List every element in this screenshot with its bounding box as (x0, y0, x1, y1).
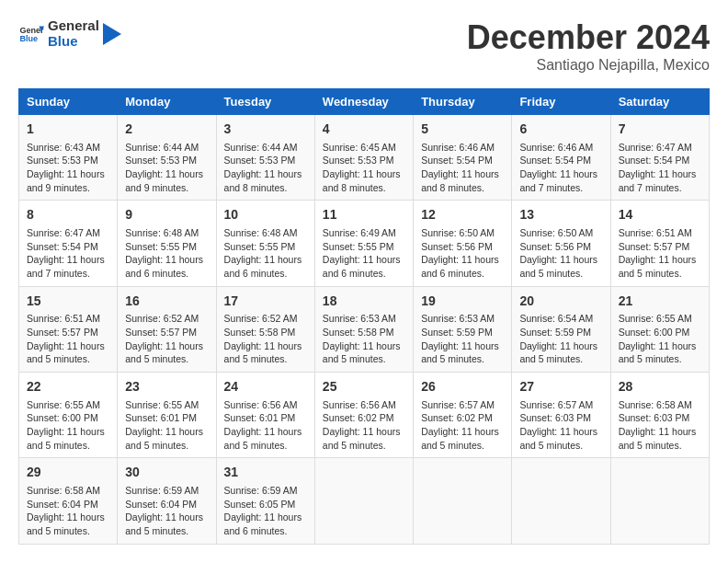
title-area: December 2024 Santiago Nejapilla, Mexico (467, 18, 710, 74)
day-info: Sunrise: 6:53 AMSunset: 5:58 PMDaylight:… (323, 312, 405, 366)
day-info: Sunrise: 6:55 AMSunset: 6:00 PMDaylight:… (619, 312, 701, 366)
calendar-cell: 3Sunrise: 6:44 AMSunset: 5:53 PMDaylight… (216, 115, 314, 201)
day-info: Sunrise: 6:49 AMSunset: 5:55 PMDaylight:… (323, 226, 405, 281)
calendar-cell: 30Sunrise: 6:59 AMSunset: 6:04 PMDayligh… (118, 458, 216, 544)
calendar-cell (610, 458, 709, 544)
day-number: 31 (224, 464, 307, 482)
main-title: December 2024 (467, 18, 710, 57)
calendar-cell: 5Sunrise: 6:46 AMSunset: 5:54 PMDaylight… (414, 115, 512, 201)
day-info: Sunrise: 6:46 AMSunset: 5:54 PMDaylight:… (421, 141, 504, 195)
week-row-1: 1Sunrise: 6:43 AMSunset: 5:53 PMDaylight… (19, 115, 710, 201)
day-number: 14 (619, 206, 701, 224)
calendar-cell: 23Sunrise: 6:55 AMSunset: 6:01 PMDayligh… (118, 373, 216, 458)
calendar-cell: 24Sunrise: 6:56 AMSunset: 6:01 PMDayligh… (216, 373, 314, 458)
day-info: Sunrise: 6:52 AMSunset: 5:58 PMDaylight:… (224, 312, 307, 366)
day-number: 19 (421, 293, 504, 311)
day-number: 18 (323, 293, 405, 311)
col-header-tuesday: Tuesday (216, 89, 314, 115)
day-number: 7 (619, 121, 701, 139)
calendar-table: SundayMondayTuesdayWednesdayThursdayFrid… (18, 88, 710, 545)
day-number: 20 (519, 293, 602, 311)
calendar-cell: 16Sunrise: 6:52 AMSunset: 5:57 PMDayligh… (118, 286, 216, 372)
calendar-cell: 1Sunrise: 6:43 AMSunset: 5:53 PMDaylight… (19, 115, 118, 201)
day-info: Sunrise: 6:47 AMSunset: 5:54 PMDaylight:… (27, 226, 109, 281)
calendar-cell: 7Sunrise: 6:47 AMSunset: 5:54 PMDaylight… (610, 115, 709, 201)
week-row-5: 29Sunrise: 6:58 AMSunset: 6:04 PMDayligh… (19, 458, 710, 544)
day-info: Sunrise: 6:58 AMSunset: 6:04 PMDaylight:… (27, 484, 109, 538)
day-number: 4 (323, 121, 405, 139)
day-info: Sunrise: 6:51 AMSunset: 5:57 PMDaylight:… (27, 312, 109, 366)
day-number: 26 (421, 378, 504, 396)
day-number: 29 (27, 464, 109, 482)
day-info: Sunrise: 6:59 AMSunset: 6:05 PMDaylight:… (224, 484, 307, 538)
calendar-cell: 20Sunrise: 6:54 AMSunset: 5:59 PMDayligh… (512, 286, 610, 372)
calendar-cell: 14Sunrise: 6:51 AMSunset: 5:57 PMDayligh… (610, 201, 709, 286)
calendar-cell: 27Sunrise: 6:57 AMSunset: 6:03 PMDayligh… (512, 373, 610, 458)
calendar-cell: 17Sunrise: 6:52 AMSunset: 5:58 PMDayligh… (216, 286, 314, 372)
day-number: 2 (125, 121, 208, 139)
logo-icon: General Blue (18, 21, 44, 47)
day-info: Sunrise: 6:55 AMSunset: 6:01 PMDaylight:… (125, 398, 208, 453)
svg-text:Blue: Blue (19, 34, 38, 43)
day-info: Sunrise: 6:48 AMSunset: 5:55 PMDaylight:… (224, 226, 307, 281)
calendar-cell: 11Sunrise: 6:49 AMSunset: 5:55 PMDayligh… (314, 201, 413, 286)
col-header-saturday: Saturday (610, 89, 709, 115)
day-number: 21 (619, 293, 701, 311)
day-info: Sunrise: 6:56 AMSunset: 6:02 PMDaylight:… (323, 398, 405, 453)
calendar-cell: 22Sunrise: 6:55 AMSunset: 6:00 PMDayligh… (19, 373, 118, 458)
calendar-cell: 6Sunrise: 6:46 AMSunset: 5:54 PMDaylight… (512, 115, 610, 201)
calendar-cell: 19Sunrise: 6:53 AMSunset: 5:59 PMDayligh… (414, 286, 512, 372)
day-info: Sunrise: 6:54 AMSunset: 5:59 PMDaylight:… (519, 312, 602, 366)
calendar-cell: 13Sunrise: 6:50 AMSunset: 5:56 PMDayligh… (512, 201, 610, 286)
day-number: 22 (27, 378, 109, 396)
col-header-wednesday: Wednesday (314, 89, 413, 115)
day-info: Sunrise: 6:57 AMSunset: 6:02 PMDaylight:… (421, 398, 504, 453)
logo: General Blue General Blue (18, 18, 121, 49)
day-number: 23 (125, 378, 208, 396)
day-info: Sunrise: 6:51 AMSunset: 5:57 PMDaylight:… (619, 226, 701, 281)
day-number: 17 (224, 293, 307, 311)
calendar-cell (314, 458, 413, 544)
day-info: Sunrise: 6:57 AMSunset: 6:03 PMDaylight:… (519, 398, 602, 453)
calendar-cell: 29Sunrise: 6:58 AMSunset: 6:04 PMDayligh… (19, 458, 118, 544)
day-info: Sunrise: 6:44 AMSunset: 5:53 PMDaylight:… (125, 141, 208, 195)
calendar-cell: 12Sunrise: 6:50 AMSunset: 5:56 PMDayligh… (414, 201, 512, 286)
calendar-cell: 31Sunrise: 6:59 AMSunset: 6:05 PMDayligh… (216, 458, 314, 544)
day-info: Sunrise: 6:50 AMSunset: 5:56 PMDaylight:… (519, 226, 602, 281)
day-number: 15 (27, 293, 109, 311)
header: General Blue General Blue December 2024 … (18, 18, 710, 74)
col-header-friday: Friday (512, 89, 610, 115)
calendar-cell: 28Sunrise: 6:58 AMSunset: 6:03 PMDayligh… (610, 373, 709, 458)
day-number: 6 (519, 121, 602, 139)
subtitle: Santiago Nejapilla, Mexico (467, 57, 710, 74)
day-info: Sunrise: 6:48 AMSunset: 5:55 PMDaylight:… (125, 226, 208, 281)
day-info: Sunrise: 6:44 AMSunset: 5:53 PMDaylight:… (224, 141, 307, 195)
day-number: 25 (323, 378, 405, 396)
day-number: 11 (323, 206, 405, 224)
day-info: Sunrise: 6:59 AMSunset: 6:04 PMDaylight:… (125, 484, 208, 538)
day-info: Sunrise: 6:56 AMSunset: 6:01 PMDaylight:… (224, 398, 307, 453)
day-number: 30 (125, 464, 208, 482)
day-info: Sunrise: 6:52 AMSunset: 5:57 PMDaylight:… (125, 312, 208, 366)
day-number: 24 (224, 378, 307, 396)
day-number: 27 (519, 378, 602, 396)
logo-text-blue: Blue (48, 34, 99, 50)
calendar-cell: 4Sunrise: 6:45 AMSunset: 5:53 PMDaylight… (314, 115, 413, 201)
col-header-monday: Monday (118, 89, 216, 115)
calendar-header-row: SundayMondayTuesdayWednesdayThursdayFrid… (19, 89, 710, 115)
week-row-4: 22Sunrise: 6:55 AMSunset: 6:00 PMDayligh… (19, 373, 710, 458)
calendar-cell: 8Sunrise: 6:47 AMSunset: 5:54 PMDaylight… (19, 201, 118, 286)
logo-text-general: General (48, 18, 99, 34)
day-number: 8 (27, 206, 109, 224)
calendar-cell: 25Sunrise: 6:56 AMSunset: 6:02 PMDayligh… (314, 373, 413, 458)
day-info: Sunrise: 6:45 AMSunset: 5:53 PMDaylight:… (323, 141, 405, 195)
calendar-cell (414, 458, 512, 544)
day-number: 5 (421, 121, 504, 139)
day-number: 10 (224, 206, 307, 224)
calendar-cell: 9Sunrise: 6:48 AMSunset: 5:55 PMDaylight… (118, 201, 216, 286)
calendar-cell: 21Sunrise: 6:55 AMSunset: 6:00 PMDayligh… (610, 286, 709, 372)
day-number: 1 (27, 121, 109, 139)
week-row-2: 8Sunrise: 6:47 AMSunset: 5:54 PMDaylight… (19, 201, 710, 286)
calendar-cell (512, 458, 610, 544)
day-info: Sunrise: 6:46 AMSunset: 5:54 PMDaylight:… (519, 141, 602, 195)
